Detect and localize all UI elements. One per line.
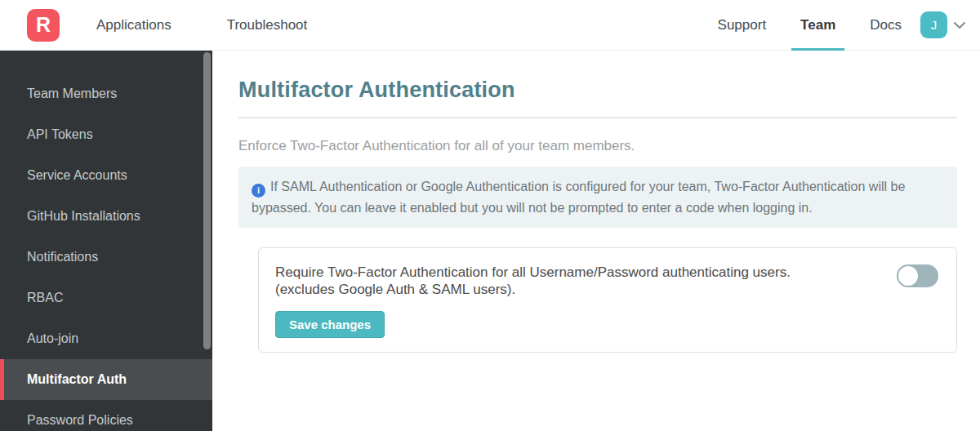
avatar[interactable]: J: [920, 11, 947, 38]
title-divider: [238, 117, 957, 118]
nav-item-support[interactable]: Support: [709, 0, 776, 51]
sidebar-item-password-policies[interactable]: Password Policies: [0, 400, 212, 431]
rollbar-logo[interactable]: R: [27, 9, 60, 42]
primary-nav: Applications Troubleshoot: [87, 0, 316, 51]
sidebar-item-rbac[interactable]: RBAC: [0, 278, 212, 318]
sidebar-item-github-installations[interactable]: GitHub Installations: [0, 196, 212, 237]
saml-bypass-note-text: If SAML Authentication or Google Authent…: [252, 180, 905, 215]
require-two-factor-toggle[interactable]: [897, 264, 938, 287]
nav-item-docs[interactable]: Docs: [861, 0, 911, 51]
nav-item-troubleshoot[interactable]: Troubleshoot: [218, 0, 317, 51]
sidebar-scrollbar-thumb[interactable]: [203, 52, 211, 349]
sidebar-item-auto-join[interactable]: Auto-join: [0, 318, 212, 359]
user-menu[interactable]: J: [920, 11, 966, 38]
nav-item-applications[interactable]: Applications: [87, 0, 180, 51]
two-factor-setting-card: Require Two-Factor Authentication for al…: [258, 247, 957, 353]
secondary-nav: Support Team Docs: [709, 0, 911, 51]
page-subtitle: Enforce Two-Factor Authentication for al…: [238, 138, 957, 154]
main-content: Multifactor Authentication Enforce Two-F…: [212, 51, 980, 431]
saml-bypass-note: iIf SAML Authentication or Google Authen…: [238, 167, 957, 228]
sidebar-item-notifications[interactable]: Notifications: [0, 237, 212, 278]
two-factor-setting-line2: (excludes Google Auth & SAML users).: [275, 281, 864, 298]
sidebar-item-multifactor-auth[interactable]: Multifactor Auth: [0, 359, 212, 400]
info-icon: i: [252, 184, 265, 198]
sidebar-item-service-accounts[interactable]: Service Accounts: [0, 155, 212, 196]
team-settings-sidebar: Team Members API Tokens Service Accounts…: [0, 51, 212, 431]
sidebar-item-team-members[interactable]: Team Members: [0, 73, 212, 114]
nav-item-team[interactable]: Team: [791, 0, 844, 51]
save-changes-button[interactable]: Save changes: [275, 311, 385, 338]
toggle-knob: [898, 266, 918, 286]
page-title: Multifactor Authentication: [238, 78, 957, 103]
two-factor-setting-text: Require Two-Factor Authentication for al…: [275, 264, 864, 338]
two-factor-setting-line1: Require Two-Factor Authentication for al…: [275, 264, 864, 281]
sidebar-item-api-tokens[interactable]: API Tokens: [0, 114, 212, 155]
top-header: R Applications Troubleshoot Support Team…: [0, 0, 980, 51]
chevron-down-icon[interactable]: [953, 21, 966, 29]
